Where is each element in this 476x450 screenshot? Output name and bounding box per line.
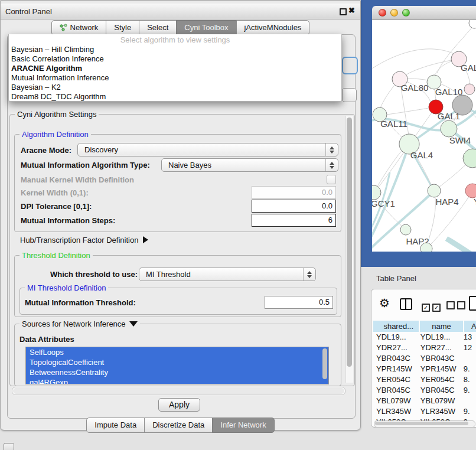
- network-node[interactable]: [441, 120, 457, 137]
- mutual-info-threshold-input[interactable]: 0.5: [265, 296, 333, 309]
- mi-steps-input[interactable]: 6: [252, 214, 336, 227]
- manual-kernel-width-label: Manual Kernel Width Definition: [21, 175, 134, 184]
- column-layout-icon[interactable]: [400, 298, 412, 310]
- node-label: SWI4: [449, 135, 471, 145]
- table-cell: YPR145W: [373, 364, 418, 374]
- tab-style[interactable]: Style: [106, 20, 139, 35]
- column-header[interactable]: shared...: [373, 321, 419, 332]
- table-row[interactable]: YER054CYER054C8.: [373, 374, 476, 385]
- kernel-width-label: Kernel Width (0,1):: [21, 188, 89, 197]
- minimize-traffic-light-icon[interactable]: [390, 9, 398, 17]
- network-node[interactable]: [463, 149, 476, 168]
- attribute-item-selected[interactable]: gal4RGexp: [26, 377, 328, 384]
- aracne-mode-label: Aracne Mode:: [21, 146, 71, 155]
- table-cell: YBR043C: [418, 353, 459, 364]
- manual-kernel-width-checkbox[interactable]: [327, 175, 336, 184]
- network-node[interactable]: [420, 243, 432, 252]
- table-row[interactable]: YDL19...YDL19...13: [373, 332, 476, 343]
- settings-vertical-scrollbar[interactable]: [345, 116, 353, 383]
- table-cell: 9.: [459, 406, 476, 417]
- close-traffic-light-icon[interactable]: [379, 9, 386, 17]
- tab-discretize-data[interactable]: Discretize Data: [144, 418, 213, 433]
- table-cell: YDR27...: [373, 343, 418, 353]
- zoom-traffic-light-icon[interactable]: [402, 9, 410, 17]
- column-header[interactable]: name: [420, 321, 463, 332]
- checked-columns-icon[interactable]: ✓✓: [422, 301, 441, 312]
- table-cell: [459, 353, 476, 364]
- tab-jactivemnodules[interactable]: jActiveMNodules: [236, 20, 310, 35]
- mi-threshold-definition-group: MI Threshold Definition Mutual Informati…: [19, 288, 337, 315]
- mi-steps-label: Mutual Information Steps:: [21, 216, 115, 225]
- which-threshold-select[interactable]: MI Threshold: [139, 268, 316, 281]
- tab-label: jActiveMNodules: [244, 23, 302, 32]
- network-graph: GALGAL80GAL10GAL1GAL11SWI4GAL4GCY1HAP4YH…: [372, 20, 476, 252]
- node-label: GAL: [461, 63, 476, 73]
- mi-algorithm-type-select[interactable]: Naive Bayes: [161, 158, 338, 172]
- tab-network[interactable]: Network: [51, 20, 107, 35]
- dropdown-option[interactable]: Basic Correlation Inference: [9, 54, 341, 64]
- apply-button[interactable]: Apply: [158, 398, 200, 412]
- network-node[interactable]: [428, 184, 441, 197]
- data-attributes-list: SelfLoops TopologicalCoefficient Between…: [25, 347, 329, 384]
- table-cell: 9.: [459, 364, 476, 374]
- mi-algorithm-type-label: Mutual Information Algorithm Type:: [21, 161, 150, 169]
- tab-cyni-toolbox[interactable]: Cyni Toolbox: [176, 20, 236, 35]
- kernel-width-input[interactable]: 0.0: [252, 186, 336, 199]
- scrollbar-thumb[interactable]: [13, 388, 344, 394]
- gear-icon[interactable]: ⚙: [379, 296, 390, 310]
- attribute-item-selected[interactable]: BetweennessCentrality: [26, 367, 328, 377]
- column-header[interactable]: A: [464, 321, 476, 332]
- dropdown-option[interactable]: Bayesian – Hill Climbing: [9, 45, 341, 54]
- table-horizontal-scrollbar[interactable]: [374, 420, 475, 428]
- mutual-info-threshold-label: Mutual Information Threshold:: [25, 298, 136, 307]
- table-cell: 9.: [459, 385, 476, 396]
- network-window-titlebar[interactable]: [372, 6, 476, 20]
- dropdown-option[interactable]: Mutual Information Inference: [9, 73, 341, 83]
- control-panel-titlebar[interactable]: [1, 4, 360, 19]
- aracne-mode-select[interactable]: Discovery: [77, 143, 338, 156]
- network-node[interactable]: [464, 84, 475, 94]
- sources-title: Sources for Network Inference: [22, 319, 126, 328]
- table-row[interactable]: YPR145WYPR145W9.: [373, 364, 476, 374]
- network-node[interactable]: [372, 185, 381, 200]
- settings-horizontal-scrollbar[interactable]: [12, 387, 345, 395]
- tab-impute-data[interactable]: Impute Data: [86, 418, 145, 433]
- table-row[interactable]: YBL079WYBL079W: [373, 396, 476, 406]
- attribute-item-selected[interactable]: SelfLoops: [26, 347, 328, 357]
- dropdown-option[interactable]: Bayesian – K2: [9, 83, 341, 92]
- attribute-item-selected[interactable]: TopologicalCoefficient: [26, 357, 328, 367]
- threshold-definition-group: Threshold Definition Which threshold to …: [14, 255, 341, 317]
- network-node[interactable]: [465, 184, 476, 198]
- table-row[interactable]: YDR27...YDR27...12: [373, 343, 476, 353]
- obscured-table-combobox[interactable]: [342, 88, 357, 102]
- obscured-algorithm-combobox[interactable]: [342, 57, 358, 74]
- tab-infer-network[interactable]: Infer Network: [212, 418, 274, 433]
- table-row[interactable]: YBR045CYBR045C9.: [373, 385, 476, 396]
- control-panel-title: Control Panel: [5, 7, 52, 16]
- dropdown-option[interactable]: Dream8 DC_TDC Algorithm: [9, 92, 341, 102]
- float-window-icon[interactable]: [340, 8, 347, 15]
- dpi-tolerance-input[interactable]: 0.0: [252, 200, 336, 213]
- table-row[interactable]: YBR043CYBR043C: [373, 353, 476, 364]
- hub-definition-expander[interactable]: Hub/Transcription Factor Definition: [20, 236, 148, 244]
- table-row[interactable]: YLR345WYLR345W9.: [373, 406, 476, 417]
- scrollbar-thumb[interactable]: [375, 422, 468, 425]
- dpi-tolerance-label: DPI Tolerance [0,1]:: [21, 202, 92, 211]
- table-cell: YBR045C: [373, 385, 418, 396]
- network-canvas[interactable]: GALGAL80GAL10GAL1GAL11SWI4GAL4GCY1HAP4YH…: [372, 20, 476, 252]
- scrollbar-thumb[interactable]: [347, 118, 352, 367]
- tab-select[interactable]: Select: [139, 20, 177, 35]
- document-icon[interactable]: [469, 296, 476, 311]
- close-icon[interactable]: ✖: [348, 6, 355, 15]
- sources-collapse-toggle[interactable]: Sources for Network Inference: [19, 319, 140, 328]
- collapsed-panel-icon[interactable]: [4, 443, 14, 450]
- algorithm-definition-group: Algorithm Definition Aracne Mode: Discov…: [14, 134, 341, 232]
- network-node[interactable]: [469, 20, 476, 28]
- expand-arrow-icon: [143, 236, 148, 243]
- list-scrollbar-thumb[interactable]: [322, 348, 327, 379]
- unchecked-columns-icon[interactable]: [446, 301, 465, 312]
- selected-value: Discovery: [78, 145, 325, 154]
- dropdown-option-selected[interactable]: ARACNE Algorithm: [9, 64, 341, 73]
- tab-label: Infer Network: [220, 420, 266, 429]
- network-node[interactable]: [400, 224, 411, 235]
